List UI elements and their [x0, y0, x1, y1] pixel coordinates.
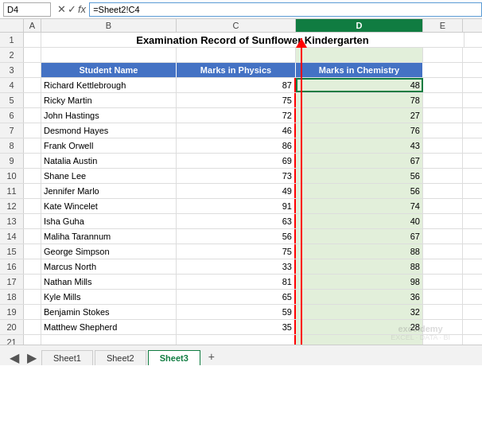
cell-c12[interactable]: 91 [177, 199, 296, 213]
cell-c13[interactable]: 63 [177, 214, 296, 228]
cell-d7[interactable]: 76 [296, 123, 423, 138]
cell-d17[interactable]: 98 [296, 275, 423, 289]
cell-a10[interactable] [24, 169, 41, 183]
cell-d20[interactable]: 28 [296, 320, 423, 334]
cell-c15[interactable]: 75 [177, 244, 296, 259]
cell-d13[interactable]: 40 [296, 214, 423, 228]
cell-e15[interactable] [423, 244, 463, 259]
cell-b6[interactable]: John Hastings [41, 108, 177, 123]
add-sheet-button[interactable]: + [202, 348, 221, 365]
cell-c11[interactable]: 49 [177, 184, 296, 198]
cell-d16[interactable]: 88 [296, 259, 423, 274]
cell-title[interactable]: Examination Record of Sunflower Kinderga… [41, 33, 465, 47]
cell-b4[interactable]: Richard Kettlebrough [41, 78, 177, 92]
cell-a14[interactable] [24, 229, 41, 243]
cell-d2[interactable] [296, 48, 423, 62]
cell-c7[interactable]: 46 [177, 123, 296, 138]
cell-b9[interactable]: Natalia Austin [41, 154, 177, 168]
cancel-icon[interactable]: ✕ [57, 3, 66, 15]
cell-d8[interactable]: 43 [296, 138, 423, 153]
cell-d18[interactable]: 36 [296, 290, 423, 304]
confirm-icon[interactable]: ✓ [68, 3, 76, 15]
cell-b10[interactable]: Shane Lee [41, 169, 177, 183]
cell-e10[interactable] [423, 169, 463, 183]
cell-e16[interactable] [423, 259, 463, 274]
cell-e9[interactable] [423, 154, 463, 168]
col-header-d[interactable]: D [296, 19, 423, 32]
cell-d6[interactable]: 27 [296, 108, 423, 123]
cell-e7[interactable] [423, 123, 463, 138]
cell-b16[interactable]: Marcus North [41, 259, 177, 274]
cell-a9[interactable] [24, 154, 41, 168]
cell-c20[interactable]: 35 [177, 320, 296, 334]
cell-c10[interactable]: 73 [177, 169, 296, 183]
cell-e14[interactable] [423, 229, 463, 243]
cell-e17[interactable] [423, 275, 463, 289]
col-header-c[interactable]: C [177, 19, 296, 32]
cell-e11[interactable] [423, 184, 463, 198]
cell-a6[interactable] [24, 108, 41, 123]
cell-e6[interactable] [423, 108, 463, 123]
cell-c14[interactable]: 56 [177, 229, 296, 243]
cell-a4[interactable] [24, 78, 41, 92]
cell-b2[interactable] [41, 48, 177, 62]
cell-b15[interactable]: George Simpson [41, 244, 177, 259]
cell-c5[interactable]: 75 [177, 93, 296, 107]
cell-c6[interactable]: 72 [177, 108, 296, 123]
cell-b18[interactable]: Kyle Mills [41, 290, 177, 304]
cell-c18[interactable]: 65 [177, 290, 296, 304]
cell-a16[interactable] [24, 259, 41, 274]
cell-b20[interactable]: Matthew Shepherd [41, 320, 177, 334]
cell-b12[interactable]: Kate Wincelet [41, 199, 177, 213]
cell-e20[interactable] [423, 320, 463, 334]
cell-e3[interactable] [423, 63, 463, 77]
cell-c8[interactable]: 86 [177, 138, 296, 153]
cell-d11[interactable]: 56 [296, 184, 423, 198]
cell-b17[interactable]: Nathan Mills [41, 275, 177, 289]
cell-b11[interactable]: Jennifer Marlo [41, 184, 177, 198]
cell-a5[interactable] [24, 93, 41, 107]
cell-d12[interactable]: 74 [296, 199, 423, 213]
cell-reference-box[interactable]: D4 [3, 2, 51, 17]
cell-a11[interactable] [24, 184, 41, 198]
col-header-e[interactable]: E [423, 19, 463, 32]
tab-sheet2[interactable]: Sheet2 [95, 350, 146, 365]
cell-a19[interactable] [24, 305, 41, 319]
cell-b14[interactable]: Maliha Tarannum [41, 229, 177, 243]
cell-d5[interactable]: 78 [296, 93, 423, 107]
cell-e8[interactable] [423, 138, 463, 153]
cell-c17[interactable]: 81 [177, 275, 296, 289]
cell-b8[interactable]: Frank Orwell [41, 138, 177, 153]
cell-e13[interactable] [423, 214, 463, 228]
cell-b3-header[interactable]: Student Name [41, 63, 177, 77]
cell-a13[interactable] [24, 214, 41, 228]
cell-e12[interactable] [423, 199, 463, 213]
cell-b7[interactable]: Desmond Hayes [41, 123, 177, 138]
cell-e19[interactable] [423, 305, 463, 319]
cell-c3-header[interactable]: Marks in Physics [177, 63, 296, 77]
cell-c2[interactable] [177, 48, 296, 62]
cell-d10[interactable]: 56 [296, 169, 423, 183]
cell-e18[interactable] [423, 290, 463, 304]
cell-a7[interactable] [24, 123, 41, 138]
scroll-tabs-left[interactable]: ◀ [6, 350, 22, 365]
cell-d4[interactable]: 48 [296, 78, 423, 92]
cell-a20[interactable] [24, 320, 41, 334]
cell-a17[interactable] [24, 275, 41, 289]
cell-a2[interactable] [24, 48, 41, 62]
cell-d14[interactable]: 67 [296, 229, 423, 243]
cell-a8[interactable] [24, 138, 41, 153]
cell-c19[interactable]: 59 [177, 305, 296, 319]
cell-e5[interactable] [423, 93, 463, 107]
scroll-tabs-right[interactable]: ▶ [24, 350, 40, 365]
cell-a15[interactable] [24, 244, 41, 259]
formula-input[interactable]: =Sheet2!C4 [89, 2, 482, 17]
cell-b19[interactable]: Benjamin Stokes [41, 305, 177, 319]
cell-d3-header[interactable]: Marks in Chemistry [296, 63, 423, 77]
cell-a12[interactable] [24, 199, 41, 213]
cell-c9[interactable]: 69 [177, 154, 296, 168]
cell-e4[interactable] [423, 78, 463, 92]
col-header-a[interactable]: A [24, 19, 41, 32]
insert-function-icon[interactable]: fx [78, 3, 86, 15]
tab-sheet1[interactable]: Sheet1 [41, 350, 93, 365]
